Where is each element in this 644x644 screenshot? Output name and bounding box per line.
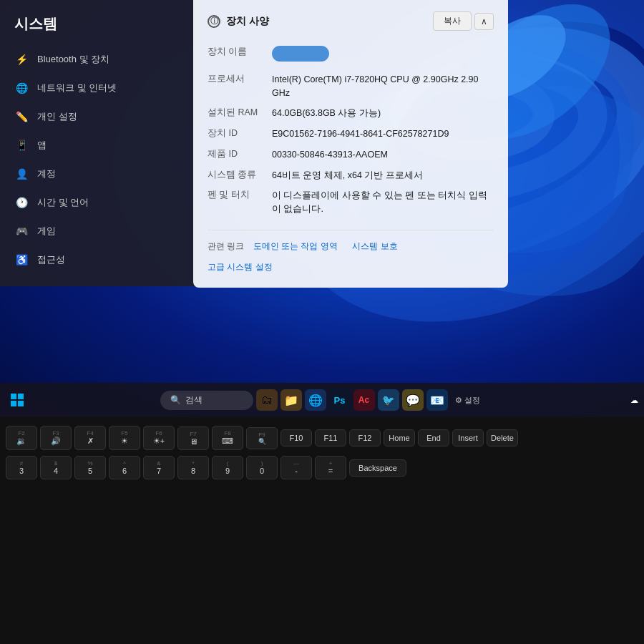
cloud-icon: ☁ (630, 396, 638, 405)
taskbar-right: ☁ (630, 396, 638, 405)
windows-logo-icon (11, 394, 24, 406)
device-info-table: 장치 이름 프로세서 Intel(R) Core(TM) i7-7820HQ C… (208, 42, 494, 220)
sidebar-item-accounts-label: 계정 (37, 167, 56, 180)
accounts-icon: 👤 (14, 167, 29, 181)
key-f5[interactable]: F5 ☀ (109, 426, 140, 450)
accessibility-icon: ♿ (14, 253, 29, 267)
key-delete[interactable]: Delete (487, 429, 518, 447)
search-bar[interactable]: 🔍 검색 (160, 391, 253, 410)
taskbar-center: 🔍 검색 🗂 📁 🌐 Ps Ac 🐦 💬 📧 ⚙ 설정 (160, 389, 484, 411)
bluetooth-icon: ⚡ (14, 52, 29, 67)
device-name-blurred (272, 46, 329, 62)
key-equals[interactable]: + = (315, 456, 346, 479)
link-system-protection[interactable]: 시스템 보호 (352, 241, 397, 251)
taskbar-icon-fileexplorer[interactable]: 🗂 (256, 389, 278, 411)
sidebar-item-accessibility[interactable]: ♿ 접근성 (0, 245, 200, 274)
taskbar-icon-acrobat[interactable]: Ac (353, 389, 375, 411)
key-4[interactable]: $ 4 (40, 456, 72, 479)
taskbar-left (6, 389, 29, 411)
settings-gear-button[interactable]: ⚙ 설정 (451, 392, 484, 409)
key-5[interactable]: % 5 (74, 456, 106, 479)
svg-rect-7 (18, 394, 24, 399)
settings-label: 설정 (464, 395, 480, 406)
label-product-id: 제품 ID (208, 148, 272, 162)
sidebar-item-time-label: 시간 및 언어 (37, 196, 89, 209)
sidebar-item-accounts[interactable]: 👤 계정 (0, 160, 200, 188)
number-key-row: # 3 $ 4 % 5 ^ 6 & 7 * 8 ( 9 ) 0 (0, 453, 644, 482)
key-3[interactable]: # 3 (6, 456, 37, 479)
time-icon: 🕐 (14, 195, 29, 210)
info-row-pen-touch: 펜 및 터치 이 디스플레이에 사용할 수 있는 펜 또는 터치식 입력이 없습… (208, 185, 494, 220)
sidebar-item-bluetooth-label: Bluetooth 및 장치 (37, 53, 109, 66)
search-icon: 🔍 (170, 395, 181, 405)
sidebar-item-apps[interactable]: 📱 앱 (0, 131, 200, 160)
copy-button[interactable]: 복사 (433, 11, 472, 31)
sidebar-item-time[interactable]: 🕐 시간 및 언어 (0, 188, 200, 217)
key-end[interactable]: End (418, 429, 449, 447)
key-f12[interactable]: F12 (349, 429, 381, 447)
key-6[interactable]: ^ 6 (109, 456, 140, 479)
key-f8[interactable]: F8 ⌨ (212, 426, 243, 450)
key-f7[interactable]: F7 🖥 (177, 426, 209, 450)
settings-title: 시스템 (0, 6, 200, 45)
function-key-row: F2 🔉 F3 🔊 F4 ✗ F5 ☀ F6 ☀+ F7 🖥 F8 ⌨ F9 (0, 423, 644, 453)
key-f4[interactable]: F4 ✗ (74, 426, 106, 450)
key-backspace[interactable]: Backspace (349, 459, 406, 477)
label-device-name: 장치 이름 (208, 46, 272, 66)
info-row-device-name: 장치 이름 (208, 42, 494, 69)
svg-rect-8 (11, 401, 16, 406)
sidebar-item-games[interactable]: 🎮 게임 (0, 217, 200, 245)
taskbar-icon-messaging[interactable]: 💬 (402, 389, 424, 411)
sidebar-item-accessibility-label: 접근성 (37, 253, 65, 266)
device-info-header: ⓘ 장치 사양 복사 ∧ (208, 11, 494, 31)
info-row-processor: 프로세서 Intel(R) Core(TM) i7-7820HQ CPU @ 2… (208, 69, 494, 104)
personal-icon: ✏️ (14, 109, 29, 124)
device-info-panel: ⓘ 장치 사양 복사 ∧ 장치 이름 프로세서 Intel(R) Core(TM… (193, 0, 508, 288)
sidebar-item-network-label: 네트워크 및 인터넷 (37, 82, 117, 94)
key-home[interactable]: Home (384, 429, 415, 447)
key-minus[interactable]: — - (280, 456, 312, 479)
network-icon: 🌐 (14, 81, 29, 95)
label-pen-touch: 펜 및 터치 (208, 189, 272, 216)
label-device-id: 장치 ID (208, 127, 272, 141)
sidebar-item-network[interactable]: 🌐 네트워크 및 인터넷 (0, 74, 200, 102)
key-8[interactable]: * 8 (177, 456, 209, 479)
value-device-name (272, 46, 329, 66)
key-9[interactable]: ( 9 (212, 456, 243, 479)
start-button[interactable] (6, 389, 29, 411)
gear-icon: ⚙ (455, 396, 462, 405)
key-0[interactable]: ) 0 (246, 456, 278, 479)
related-links: 관련 링크 도메인 또는 작업 영역 시스템 보호 (208, 230, 494, 253)
info-row-device-id: 장치 ID E9C01562-7196-4941-8641-CF62578271… (208, 124, 494, 145)
label-system-type: 시스템 종류 (208, 169, 272, 182)
key-f10[interactable]: F10 (280, 429, 312, 447)
sidebar-item-games-label: 게임 (37, 225, 56, 238)
key-7[interactable]: & 7 (143, 456, 175, 479)
desktop: 시스템 ⚡ Bluetooth 및 장치 🌐 네트워크 및 인터넷 ✏️ 개인 … (0, 0, 644, 415)
sidebar-item-personal[interactable]: ✏️ 개인 설정 (0, 102, 200, 131)
key-f2[interactable]: F2 🔉 (6, 426, 37, 450)
info-row-product-id: 제품 ID 00330-50846-43913-AAOEM (208, 145, 494, 165)
key-f3[interactable]: F3 🔊 (40, 426, 72, 450)
advanced-settings-link[interactable]: 고급 시스템 설정 (208, 262, 273, 272)
key-f6[interactable]: F6 ☀+ (143, 426, 175, 450)
sidebar-item-personal-label: 개인 설정 (37, 110, 77, 123)
key-f9[interactable]: F9 🔍 (246, 427, 278, 449)
collapse-button[interactable]: ∧ (474, 13, 494, 30)
taskbar-icon-mail[interactable]: 📧 (426, 389, 448, 411)
taskbar-icon-twitter[interactable]: 🐦 (378, 389, 399, 411)
taskbar-icon-folder[interactable]: 📁 (280, 389, 302, 411)
search-placeholder: 검색 (185, 394, 203, 406)
taskbar-icon-ps[interactable]: Ps (329, 389, 351, 411)
key-insert[interactable]: Insert (452, 429, 484, 447)
value-product-id: 00330-50846-43913-AAOEM (272, 148, 388, 162)
link-domain[interactable]: 도메인 또는 작업 영역 (253, 241, 338, 251)
value-system-type: 64비트 운영 체제, x64 기반 프로세서 (272, 169, 423, 182)
label-ram: 설치된 RAM (208, 107, 272, 120)
svg-rect-6 (11, 394, 16, 399)
key-f11[interactable]: F11 (315, 429, 346, 447)
sidebar-item-bluetooth[interactable]: ⚡ Bluetooth 및 장치 (0, 45, 200, 74)
value-ram: 64.0GB(63.8GB 사용 가능) (272, 107, 381, 120)
taskbar-icon-chrome[interactable]: 🌐 (305, 389, 326, 411)
value-pen-touch: 이 디스플레이에 사용할 수 있는 펜 또는 터치식 입력이 없습니다. (272, 189, 494, 216)
